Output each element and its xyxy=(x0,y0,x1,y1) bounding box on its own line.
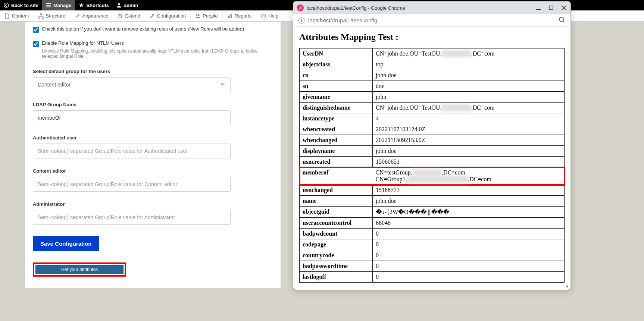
checkbox-ntlm-row: Enable Role Mapping for NTLM Users xyxy=(33,40,273,47)
puzzle-icon xyxy=(118,13,123,19)
attr-key: cn xyxy=(300,70,373,81)
svg-rect-17 xyxy=(549,6,553,10)
attributes-table: UserDNCN=john doe,OU=TestOU,DC=xxxxxx,DC… xyxy=(299,48,565,283)
table-row: whenchanged20221115092153.0Z xyxy=(300,135,565,146)
shortcuts-label: Shortcuts xyxy=(86,3,109,8)
person-icon xyxy=(116,3,122,8)
table-row: displaynamejohn doe xyxy=(300,146,565,157)
chrome-url[interactable]: localhost/drupal1/testConfig xyxy=(308,17,555,23)
table-row: codepage0 xyxy=(300,239,565,250)
chrome-window-title: localhost/drupal1/testConfig - Google Ch… xyxy=(307,5,405,11)
window-close-button[interactable] xyxy=(561,5,567,11)
attr-value: 4 xyxy=(373,113,565,124)
table-row: sndoe xyxy=(300,81,565,92)
attr-key: instancetype xyxy=(300,113,373,124)
chevron-left-icon xyxy=(4,3,9,8)
toolbar-content[interactable]: Content xyxy=(0,10,34,21)
toolbar-structure[interactable]: Structure xyxy=(34,10,71,21)
attr-value: 15188773 xyxy=(373,185,565,196)
svg-point-10 xyxy=(196,14,197,16)
attr-key: name xyxy=(300,196,373,207)
attr-key: whenchanged xyxy=(300,135,373,146)
attr-value: 0 xyxy=(373,261,565,272)
checkbox-ntlm-description: Likewise Role Mapping, enabling this opt… xyxy=(42,48,273,59)
toolbar-appearance-label: Appearance xyxy=(82,13,108,19)
administrator-input[interactable] xyxy=(33,210,231,225)
role-mapping-form: Check this option if you don't want to r… xyxy=(25,22,281,288)
svg-rect-12 xyxy=(228,16,229,18)
bar-chart-icon xyxy=(227,13,232,19)
checkbox-keep-roles[interactable] xyxy=(33,27,39,33)
svg-rect-6 xyxy=(38,17,40,18)
save-configuration-button[interactable]: Save Configuration xyxy=(33,236,99,251)
attr-key: useraccountcontrol xyxy=(300,218,373,229)
toolbar-reports-label: Reports xyxy=(235,13,252,19)
attr-key: badpwdcount xyxy=(300,229,373,239)
window-maximize-button[interactable] xyxy=(548,5,554,11)
table-row: instancetype4 xyxy=(300,113,565,124)
table-row: usnchanged15188773 xyxy=(300,185,565,196)
chrome-titlebar[interactable]: @ localhost/drupal1/testConfig - Google … xyxy=(293,1,570,14)
shortcuts-button[interactable]: Shortcuts xyxy=(75,0,113,10)
svg-rect-1 xyxy=(46,3,51,4)
attr-value: 0 xyxy=(373,250,565,261)
table-row: usncreated15060651 xyxy=(300,157,565,167)
attr-value: 0 xyxy=(373,272,565,283)
attr-key: UserDN xyxy=(300,48,373,59)
attr-value: john doe xyxy=(373,70,565,81)
window-minimize-button[interactable] xyxy=(535,5,541,11)
admin-label: admin xyxy=(124,3,138,8)
svg-point-18 xyxy=(559,17,563,21)
attr-value: CN=testGroup,DC=xxxxxx,DC=comCN=Group1,O… xyxy=(373,167,565,185)
attr-key: usncreated xyxy=(300,157,373,167)
search-in-page-icon[interactable] xyxy=(559,16,565,24)
manage-button[interactable]: Manage xyxy=(42,0,75,10)
paintbrush-icon xyxy=(75,13,80,19)
table-row: objectguid�↓-{2W�O���❙��� xyxy=(300,207,565,218)
table-row: useraccountcontrol66048 xyxy=(300,218,565,229)
toolbar-reports[interactable]: Reports xyxy=(223,10,257,21)
toolbar-appearance[interactable]: Appearance xyxy=(70,10,113,21)
help-icon xyxy=(261,13,266,19)
table-row: badpwdcount0 xyxy=(300,229,565,239)
attr-value: john doe xyxy=(373,146,565,157)
attr-key: codepage xyxy=(300,239,373,250)
attr-value: john doe xyxy=(373,196,565,207)
table-row: cnjohn doe xyxy=(300,70,565,81)
attr-key: usnchanged xyxy=(300,185,373,196)
table-row: UserDNCN=john doe,OU=TestOU,DC=xxxxxx,DC… xyxy=(300,48,565,59)
site-info-icon[interactable]: i xyxy=(298,18,304,23)
auth-user-input[interactable] xyxy=(33,144,231,158)
scrollbar-down-arrow-icon[interactable]: ▼ xyxy=(564,283,570,289)
chrome-window: @ localhost/drupal1/testConfig - Google … xyxy=(293,1,571,290)
default-group-field: Select default group for the users Conte… xyxy=(33,69,273,92)
table-row: namejohn doe xyxy=(300,196,565,207)
back-to-site-label: Back to site xyxy=(11,3,38,8)
chrome-url-path: /drupal1/testConfig xyxy=(330,17,377,23)
sitemap-icon xyxy=(38,13,44,19)
toolbar-people[interactable]: People xyxy=(191,10,222,21)
attr-key: memberof xyxy=(300,167,373,185)
attr-key: distinguishedname xyxy=(300,103,373,113)
default-group-select[interactable]: Content editor xyxy=(33,77,231,92)
auth-user-field: Authenticated user xyxy=(33,135,273,158)
admin-user-button[interactable]: admin xyxy=(113,0,142,10)
checkbox-ntlm[interactable] xyxy=(33,41,39,47)
ldap-group-name-field: LDAP Group Name xyxy=(33,102,273,125)
svg-rect-7 xyxy=(42,17,43,18)
attr-value: 66048 xyxy=(373,218,565,229)
toolbar-extend[interactable]: Extend xyxy=(113,10,145,21)
attr-key: lastlogoff xyxy=(300,272,373,283)
toolbar-help[interactable]: Help xyxy=(256,10,283,21)
svg-rect-2 xyxy=(46,5,51,6)
ldap-group-name-input[interactable] xyxy=(33,110,231,125)
toolbar-help-label: Help xyxy=(268,13,278,19)
get-attributes-button[interactable]: Get your attributes xyxy=(35,265,124,274)
default-group-label: Select default group for the users xyxy=(33,69,273,74)
content-editor-input[interactable] xyxy=(33,177,231,192)
chrome-favicon-icon: @ xyxy=(297,4,304,11)
attr-value: john xyxy=(373,92,565,103)
toolbar-configuration[interactable]: Configuration xyxy=(145,10,191,21)
attr-key: givenname xyxy=(300,92,373,103)
back-to-site-button[interactable]: Back to site xyxy=(0,0,42,10)
